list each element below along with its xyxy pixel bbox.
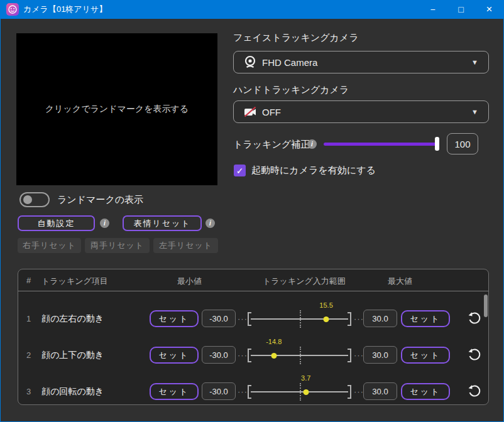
center-tick [300,383,301,401]
slider-dot[interactable] [271,353,277,359]
bracket-right [348,312,351,326]
slider-fill [324,143,439,146]
tracking-correction-slider[interactable] [324,137,439,151]
set-max-button[interactable]: セット [401,310,450,327]
minimize-button[interactable]: − [419,0,447,19]
webcam-icon [243,55,258,70]
hand-camera-label: ハンドトラッキングカメラ [233,84,349,96]
header-index: # [26,276,31,285]
current-value-label: 15.5 [319,301,332,309]
expression-reset-info-icon[interactable]: i [205,219,215,228]
range-slider[interactable]: 15.5 [248,300,351,337]
camera-off-icon [243,104,258,119]
row-reset-icon[interactable] [467,384,481,398]
header-item: トラッキング項目 [41,276,108,287]
table-header: # トラッキング項目 最小値 トラッキング入力範囲 最大値 [18,269,488,291]
bracket-right [348,349,351,362]
set-max-button[interactable]: セット [401,383,450,400]
both-hands-reset-button[interactable]: 両手リセット [85,238,150,253]
startup-camera-checkbox[interactable]: ✓ [234,165,246,176]
toggle-knob [23,195,32,204]
row-item-label: 顔の回転の動き [41,386,104,398]
maximize-button[interactable]: □ [447,0,475,19]
tracking-correction-label: トラッキング補正 [233,139,310,151]
auto-setup-button[interactable]: 自動設定 [18,215,95,231]
min-value-box[interactable]: -30.0 [202,382,236,400]
auto-setup-info-icon[interactable]: i [100,219,109,228]
ellipsis-left: ··· [238,350,248,360]
table-scrollbar[interactable] [484,295,488,317]
chevron-down-icon: ▼ [471,58,478,66]
max-value-box[interactable]: 30.0 [363,382,397,400]
chevron-down-icon: ▼ [471,108,478,116]
slider-dot[interactable] [324,316,329,322]
landmark-toggle-label: ランドマークの表示 [57,194,143,206]
set-min-button[interactable]: セット [150,310,199,327]
tracking-table: # トラッキング項目 最小値 トラッキング入力範囲 最大値 1 顔の左右の動き … [18,269,489,405]
ellipsis-right: ··· [354,387,364,396]
hand-camera-value: OFF [262,107,471,117]
header-range: トラッキング入力範囲 [263,276,346,287]
row-reset-icon[interactable] [467,348,481,362]
app-window: カメラ【01柊アリサ】 − □ × クリックでランドマークを表示する ランドマー… [0,0,504,422]
set-min-button[interactable]: セット [150,383,199,400]
range-slider[interactable]: 3.7 [248,373,351,405]
slider-dot[interactable] [303,389,309,395]
row-item-label: 顔の上下の動き [41,350,104,361]
bracket-right [348,385,351,399]
ellipsis-right: ··· [354,314,364,323]
row-index: 1 [26,314,31,323]
min-value-box[interactable]: -30.0 [202,310,236,327]
app-icon [6,3,19,16]
range-slider[interactable]: -14.8 [248,337,351,373]
left-hand-reset-button[interactable]: 左手リセット [153,238,218,253]
ellipsis-right: ··· [354,350,364,360]
max-value-box[interactable]: 30.0 [363,310,397,327]
row-item-label: 顔の左右の動き [41,313,104,325]
set-max-button[interactable]: セット [401,347,450,364]
close-button[interactable]: × [475,0,503,19]
face-camera-value: FHD Camera [262,57,471,68]
tracking-correction-info-icon[interactable]: i [307,139,317,149]
row-index: 2 [26,350,31,360]
table-row: 3 顔の回転の動き セット -30.0 ··· 3.7 ··· 30.0 セット [18,373,488,405]
header-min: 最小値 [177,276,202,287]
table-row: 1 顔の左右の動き セット -30.0 ··· 15.5 ··· 30.0 セッ… [18,300,488,337]
ellipsis-left: ··· [238,387,248,396]
camera-preview[interactable]: クリックでランドマークを表示する [16,33,217,185]
landmark-toggle[interactable] [19,192,50,207]
ellipsis-left: ··· [238,314,248,323]
current-value-label: 3.7 [301,374,310,382]
face-camera-label: フェイストラッキングカメラ [233,32,359,44]
window-title: カメラ【01柊アリサ】 [23,4,419,15]
min-value-box[interactable]: -30.0 [202,346,236,364]
startup-camera-checkbox-label: 起動時にカメラを有効にする [251,165,376,176]
right-hand-reset-button[interactable]: 右手リセット [18,238,81,253]
title-bar: カメラ【01柊アリサ】 − □ × [1,0,503,19]
center-tick [300,310,301,328]
tracking-correction-value[interactable]: 100 [447,133,478,154]
preview-placeholder-text: クリックでランドマークを表示する [45,104,189,115]
expression-reset-button[interactable]: 表情リセット [123,215,202,231]
hand-camera-dropdown[interactable]: OFF ▼ [233,100,489,123]
slider-thumb[interactable] [435,137,439,151]
center-tick [300,347,301,364]
face-camera-dropdown[interactable]: FHD Camera ▼ [233,51,489,73]
max-value-box[interactable]: 30.0 [363,346,397,364]
header-max: 最大値 [388,276,412,287]
table-row: 2 顔の上下の動き セット -30.0 ··· -14.8 ··· 30.0 セ… [18,337,488,373]
row-index: 3 [26,387,31,396]
current-value-label: -14.8 [266,338,282,345]
set-min-button[interactable]: セット [150,347,199,364]
row-reset-icon[interactable] [467,311,481,325]
